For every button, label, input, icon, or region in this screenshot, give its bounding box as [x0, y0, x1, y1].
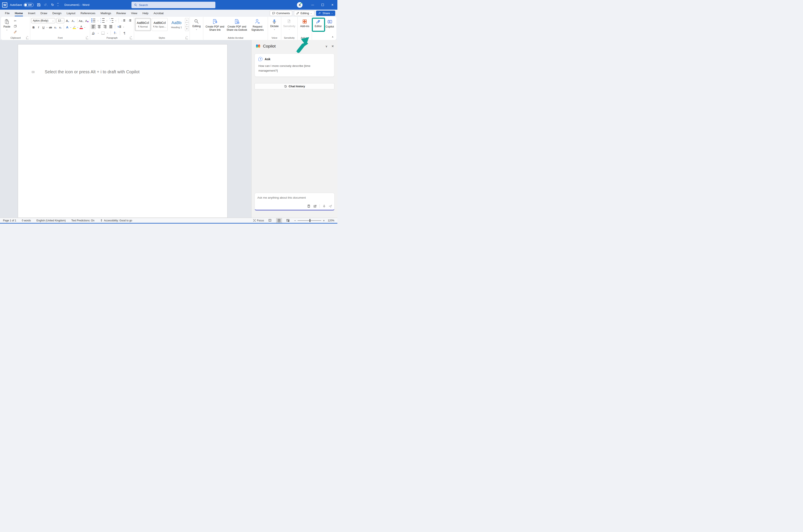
shrink-font-icon[interactable]: A∨: [71, 18, 75, 23]
accessibility-status[interactable]: Accessibility: Good to go: [100, 219, 132, 222]
tab-file[interactable]: File: [3, 10, 12, 16]
text-effects-icon[interactable]: A: [65, 25, 70, 30]
tab-design[interactable]: Design: [50, 10, 64, 16]
language-indicator[interactable]: English (United Kingdom): [36, 219, 66, 222]
ask-suggestion-card[interactable]: ? Ask How can I more concisely describe …: [255, 54, 334, 77]
zoom-in-icon[interactable]: +: [323, 219, 325, 222]
styles-dialog-launcher[interactable]: [186, 37, 188, 39]
tab-view[interactable]: View: [129, 10, 140, 16]
autosave-toggle[interactable]: Off: [24, 3, 34, 7]
tab-help[interactable]: Help: [140, 10, 151, 16]
tab-references[interactable]: References: [78, 10, 98, 16]
copy-icon[interactable]: [13, 24, 18, 28]
change-case-icon[interactable]: Aa⌄: [79, 18, 84, 23]
borders-icon[interactable]: [101, 31, 105, 35]
align-center-button[interactable]: [97, 24, 102, 29]
zoom-slider-thumb[interactable]: [309, 219, 310, 222]
share-button[interactable]: Share ⌄: [316, 11, 335, 16]
style-heading-1[interactable]: AaBb Heading 1: [168, 18, 184, 31]
show-formatting-marks-icon[interactable]: ¶: [122, 31, 127, 35]
editing-menu-button[interactable]: Editing ⌄: [190, 18, 202, 31]
prompt-notebook-icon[interactable]: [307, 204, 310, 208]
undo-icon[interactable]: ↺⌄: [44, 3, 48, 7]
tab-acrobat[interactable]: Acrobat: [151, 10, 166, 16]
numbering-icon[interactable]: 123: [100, 18, 105, 23]
grow-font-icon[interactable]: A∧: [66, 18, 70, 23]
underline-button[interactable]: U: [41, 25, 45, 30]
comments-button[interactable]: Comments: [270, 11, 292, 16]
font-color-icon[interactable]: A: [79, 25, 84, 30]
customize-quick-access-icon[interactable]: ▔⌄: [57, 4, 59, 6]
request-signatures-button[interactable]: Request Signatures: [249, 18, 267, 32]
send-icon[interactable]: [329, 204, 332, 208]
tab-draw[interactable]: Draw: [38, 10, 50, 16]
bullets-icon[interactable]: [91, 18, 96, 23]
bold-button[interactable]: B: [31, 25, 36, 30]
style-normal[interactable]: AaBbCcl ¶ Normal: [135, 18, 151, 31]
tab-mailings[interactable]: Mailings: [98, 10, 114, 16]
addins-button[interactable]: Add-ins: [298, 18, 311, 28]
sort-icon[interactable]: AZ↓: [113, 31, 118, 35]
zoom-out-icon[interactable]: −: [294, 219, 296, 222]
editing-mode-button[interactable]: Editing ⌄: [294, 11, 314, 16]
voice-input-icon[interactable]: [323, 205, 326, 208]
autosave-control[interactable]: AutoSave Off: [10, 3, 34, 7]
document-page[interactable]: Select the icon or press Alt + i to draf…: [18, 44, 227, 218]
copilot-button[interactable]: Copilot: [324, 18, 336, 29]
plugins-icon[interactable]: [313, 204, 317, 208]
minimize-button[interactable]: —: [308, 0, 317, 10]
sensitivity-button[interactable]: Sensitivity ⌄: [282, 18, 296, 31]
styles-scroll-down-icon[interactable]: ∨: [185, 22, 189, 27]
clear-formatting-icon[interactable]: A◆: [85, 18, 89, 23]
chat-history-button[interactable]: Chat history: [255, 83, 334, 90]
tab-home[interactable]: Home: [13, 10, 25, 16]
copilot-input-card[interactable]: [255, 193, 334, 210]
user-avatar[interactable]: X: [297, 2, 303, 8]
read-mode-button[interactable]: [267, 218, 273, 223]
style-no-spacing[interactable]: AaBbCcl ¶ No Spac...: [152, 18, 168, 31]
tab-layout[interactable]: Layout: [64, 10, 78, 16]
decrease-indent-icon[interactable]: ←: [121, 18, 125, 23]
shading-icon[interactable]: [91, 31, 96, 35]
print-layout-button[interactable]: [276, 218, 282, 223]
clipboard-dialog-launcher[interactable]: [26, 37, 29, 39]
strikethrough-button[interactable]: ab: [48, 25, 53, 30]
zoom-level[interactable]: 120%: [328, 219, 334, 222]
subscript-button[interactable]: x2: [53, 25, 58, 30]
copilot-ghost-icon[interactable]: [32, 70, 35, 74]
close-button[interactable]: ✕: [328, 0, 337, 10]
create-pdf-share-link-button[interactable]: Create PDF and Share link: [205, 18, 225, 32]
font-dialog-launcher[interactable]: [86, 37, 88, 39]
word-count[interactable]: 0 words: [22, 219, 31, 222]
editor-button[interactable]: Editor: [313, 18, 323, 29]
multilevel-list-icon[interactable]: 1ai: [109, 18, 114, 23]
web-layout-button[interactable]: [285, 218, 291, 223]
align-right-button[interactable]: [103, 24, 107, 29]
paste-button[interactable]: Paste ⌄: [2, 18, 12, 34]
collapse-ribbon-icon[interactable]: ∧: [332, 36, 333, 38]
font-size-combobox[interactable]: 12⌄: [56, 18, 64, 23]
font-name-combobox[interactable]: Aptos (Body)⌄: [31, 18, 55, 23]
line-spacing-icon[interactable]: ⇅: [117, 24, 122, 29]
page-indicator[interactable]: Page 1 of 1: [3, 219, 16, 222]
format-painter-icon[interactable]: [13, 29, 18, 34]
paragraph-dialog-launcher[interactable]: [130, 37, 132, 39]
dictate-button[interactable]: Dictate ⌄: [269, 18, 280, 31]
align-left-button[interactable]: [91, 24, 96, 29]
cut-icon[interactable]: ✂: [13, 18, 18, 23]
pane-collapse-icon[interactable]: ∨: [325, 44, 328, 48]
styles-scroll-up-icon[interactable]: ∧: [185, 18, 189, 22]
search-input[interactable]: [139, 3, 203, 7]
increase-indent-icon[interactable]: →: [127, 18, 131, 23]
save-icon[interactable]: [37, 3, 41, 7]
styles-more-icon[interactable]: ⊽: [185, 27, 189, 31]
search-bar[interactable]: [131, 2, 215, 8]
tab-review[interactable]: Review: [114, 10, 128, 16]
justify-button[interactable]: [108, 24, 113, 29]
maximize-button[interactable]: [317, 0, 328, 10]
superscript-button[interactable]: x2: [58, 25, 62, 30]
redo-icon[interactable]: ↻: [51, 3, 54, 7]
create-pdf-share-outlook-button[interactable]: Create PDF and Share via Outlook: [226, 18, 247, 32]
copilot-input[interactable]: [257, 196, 332, 199]
italic-button[interactable]: I: [36, 25, 41, 30]
